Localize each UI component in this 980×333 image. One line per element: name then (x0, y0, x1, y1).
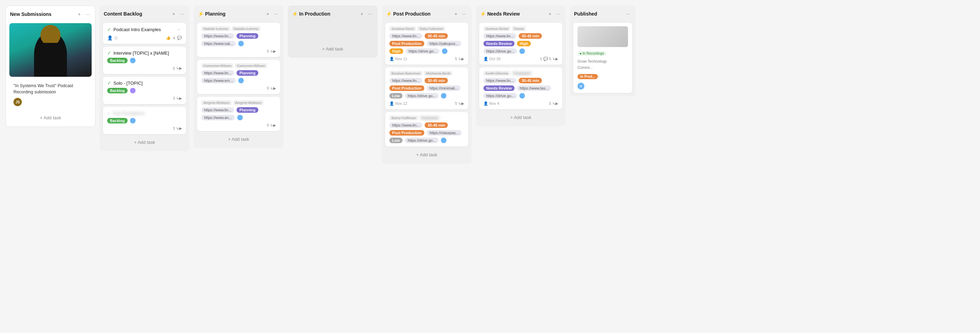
card-interview[interactable]: ✓ Interview [TOPIC] x [NAME] Backlog 5 ↳… (103, 47, 186, 74)
card-nr-1[interactable]: Joshua Sintal Rania https://www.lin... 3… (479, 23, 562, 65)
add-task-button-in-production[interactable]: + (359, 10, 364, 17)
badge-planning-pl2: Planning (237, 70, 258, 76)
tag-blue-pp1 (442, 48, 447, 54)
subtask-count-pl1: 5 ↳▶ (267, 49, 276, 54)
more-options-button-backlog[interactable]: ··· (178, 10, 185, 17)
card-tags-pp1c: High https://drive.go... (389, 48, 464, 54)
column-header-actions-published: ··· (625, 10, 632, 17)
tag-blue-troy (130, 118, 135, 123)
card-footer-troy: 3 ↳▶ (107, 126, 182, 131)
card-podcast-intro[interactable]: ✓ Podcast Intro Examples ··· 👤 ⊞ 👍 4 💬 (103, 23, 186, 44)
add-task-button-backlog[interactable]: + (171, 10, 177, 17)
add-task-pp[interactable]: + Add task (385, 150, 468, 160)
card-troy[interactable]: ○ Troy Randallson Backlog 3 ↳▶ (103, 107, 186, 134)
assignee-row-pp2: Bastian Bateman Michaela Brett (389, 71, 464, 76)
column-title-planning: Planning (205, 11, 226, 17)
tag-purple-solo (130, 88, 135, 93)
card-published-1[interactable]: ● In Recordings Grow Technology Commi...… (573, 23, 632, 93)
column-header-new-submissions: New Submissions + ··· (10, 10, 92, 21)
avatar-grow: G (578, 83, 584, 89)
card-tags-nr1c: https://drive.go... (484, 48, 558, 54)
add-task-nr[interactable]: + Add task (479, 112, 562, 123)
more-options-button-in-production[interactable]: ··· (367, 10, 374, 17)
column-header-actions-post-production: + ··· (453, 10, 468, 17)
card-footer-pl2: 5 ↳▶ (201, 86, 276, 91)
url-nr1-2: https://drive.go... (484, 48, 517, 54)
subtask-count-pp1: 5 ↳▶ (455, 57, 464, 61)
column-in-production: ⚡ In Production + ··· + Add task (288, 6, 378, 58)
column-header-published: Published ··· (573, 9, 632, 20)
assignee-row-pp3: Barry Hoffman Redacted (389, 115, 464, 120)
card-pp-3[interactable]: Barry Hoffman Redacted https://www.lin..… (385, 112, 468, 147)
more-options-button-nr[interactable]: ··· (555, 10, 562, 17)
badge-30-45-pp2: 30-45 min (425, 78, 448, 83)
card-planning-1[interactable]: Natalie Lorena Natalie Lorena https://ww… (197, 23, 280, 57)
grid-icon: ⊞ (114, 35, 118, 40)
lightning-icon-planning: ⚡ (198, 11, 204, 17)
url-pp3-3: https://drive.go... (405, 138, 439, 143)
subtask-arrow: ↳▶ (176, 66, 182, 70)
card-pp-1[interactable]: Jessica Steel Talia Fullerton https://ww… (385, 23, 468, 65)
column-title-post-production: Post Production (393, 11, 431, 17)
badge-low-pp3: Low (389, 138, 402, 143)
lightning-icon-in-production: ⚡ (292, 11, 298, 17)
person-icon-pp2: 👤 (389, 101, 394, 105)
url-badge-pl3-2: https://www.an... (201, 115, 235, 120)
add-task-planning[interactable]: + Add task (197, 134, 280, 145)
url-badge-pl1-2: https://www.nat... (201, 41, 236, 46)
card-footer-nr2: 👤 Nov 4 5 ↳▶ (484, 101, 558, 106)
badge-planning-pl1: Planning (237, 33, 258, 39)
card-nr-2[interactable]: Keith Oliveria Redacted https://www.lin.… (479, 67, 562, 109)
card-tags-solo: Backlog (107, 88, 182, 93)
comment-icon: 💬 (177, 36, 182, 40)
check-icon-done: ✓ (107, 27, 111, 32)
tag-blue-pp2 (441, 93, 446, 99)
card-more-btn[interactable]: ··· (176, 26, 182, 32)
subtask-icon: 5 (173, 66, 175, 70)
column-planning: ⚡ Planning + ··· Natalie Lorena Natalie … (194, 6, 283, 148)
url-pp2-3: https://drive.go... (405, 93, 439, 99)
date-nr2: 👤 Nov 4 (484, 101, 500, 106)
more-options-button-pp[interactable]: ··· (461, 10, 468, 17)
add-task-button-nr[interactable]: + (547, 10, 553, 17)
check-icon-solo: ✓ (107, 80, 111, 86)
card-solo[interactable]: ✓ Solo - [TOPIC] Backlog 3 ↳▶ (103, 77, 186, 104)
more-options-button-published[interactable]: ··· (625, 10, 632, 17)
url-pp1-3: https://drive.go... (406, 48, 439, 54)
column-header-actions-in-production: + ··· (359, 10, 374, 17)
column-published: Published ··· ● In Recordings Grow Techn… (570, 6, 636, 97)
assignee-row-pl3: Angela Wallace Angela Wallace (201, 100, 276, 105)
card-tags-nr2a: https://www.lin... 30-45 min (484, 78, 558, 83)
submission-card-1[interactable]: "In Systems We Trust" Podcast Recording … (10, 80, 92, 110)
badge-nr-nr1: Needs Review (484, 41, 515, 46)
column-header-planning: ⚡ Planning + ··· (197, 9, 280, 20)
more-options-button-new-submissions[interactable]: ··· (84, 11, 91, 18)
card-tags-pp3a: https://www.lin... 30-45 min (389, 123, 464, 128)
partial-title-grow: Grow Technology (578, 59, 628, 63)
column-post-production: ⚡ Post Production + ··· Jessica Steel Ta… (382, 6, 472, 164)
card-pp-2[interactable]: Bastian Bateman Michaela Brett https://w… (385, 67, 468, 109)
partial-subtitle-grow: Commi... (578, 65, 628, 70)
add-task-button-new-submissions[interactable]: + (76, 11, 82, 18)
add-task-new-submissions[interactable]: + Add task (10, 112, 92, 123)
more-options-button-planning[interactable]: ··· (272, 10, 279, 17)
tag-blue-pl1 (238, 41, 244, 46)
card-title-solo: ✓ Solo - [TOPIC] (107, 80, 182, 86)
card-footer-solo: 3 ↳▶ (107, 96, 182, 100)
card-tags-pp2c: Low https://drive.go... (389, 93, 464, 99)
column-title-published: Published (574, 11, 597, 17)
column-header-post-production: ⚡ Post Production + ··· (385, 9, 468, 20)
card-planning-3[interactable]: Angela Wallace Angela Wallace https://ww… (197, 97, 280, 131)
card-tags-nr1b: Needs Review High (484, 41, 558, 46)
badge-backlog-troy: Backlog (107, 118, 127, 123)
badge-backlog-solo: Backlog (107, 88, 127, 93)
badge-nr-nr2: Needs Review (484, 85, 515, 91)
card-planning-2[interactable]: Cameron Wilson Cameron Wilson https://ww… (197, 60, 280, 94)
assignee-row-pl1: Natalie Lorena Natalie Lorena (201, 26, 276, 31)
subtask-count-nr1: 1 💬 5 ↳▶ (540, 57, 558, 61)
add-task-in-production[interactable]: + Add task (291, 43, 374, 54)
add-task-backlog[interactable]: + Add task (103, 137, 186, 148)
assignee-row-pp1: Jessica Steel Talia Fullerton (389, 26, 464, 31)
add-task-button-planning[interactable]: + (265, 10, 270, 17)
add-task-button-pp[interactable]: + (453, 10, 458, 17)
